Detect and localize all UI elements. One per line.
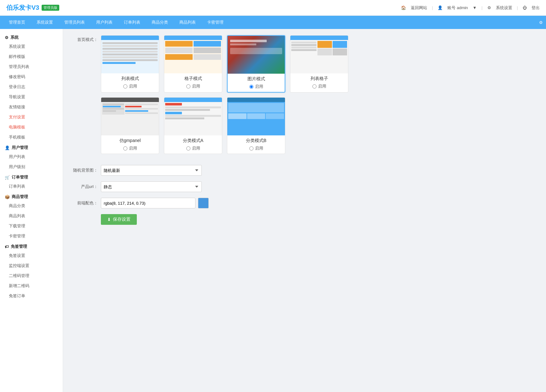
nav-item-orders[interactable]: 订单列表 xyxy=(118,16,146,29)
account-link[interactable]: 账号 admin xyxy=(447,5,468,11)
header-right: 🏠 返回网站 | 👤 账号 admin ▼ | ⚙ 系统设置 | ⏻ 登出 xyxy=(401,5,540,11)
save-button[interactable]: ⬇ 保存设置 xyxy=(101,214,137,225)
sidebar-item-mobile-template[interactable]: 手机模板 xyxy=(0,132,63,142)
nav-item-home[interactable]: 管理首页 xyxy=(3,16,31,29)
sidebar-item-product-category[interactable]: 商品分类 xyxy=(0,201,63,211)
color-input-wrap xyxy=(101,198,209,208)
sidebar-item-admin-list[interactable]: 管理员列表 xyxy=(0,62,63,72)
frontend-color-row: 前端配色： xyxy=(73,198,537,208)
template-name-image: 图片模式 xyxy=(231,76,282,82)
home-icon: 🏠 xyxy=(401,5,406,10)
template-card-grid[interactable]: 格子模式 启用 xyxy=(164,35,222,93)
preview-grid xyxy=(164,36,222,73)
radio-catb[interactable] xyxy=(249,146,253,151)
header: 伯乐发卡V3 管理员版 🏠 返回网站 | 👤 账号 admin ▼ | ⚙ 系统… xyxy=(0,0,546,16)
nav-item-categories[interactable]: 商品分类 xyxy=(146,16,174,29)
navbar-settings-icon[interactable]: ⚙ xyxy=(539,20,543,25)
template-card-gmpanel[interactable]: 仿gmpanel 启用 xyxy=(101,97,159,154)
preview-cata xyxy=(164,98,222,135)
sidebar-item-system-settings[interactable]: 系统设置 xyxy=(0,42,63,52)
radio-listgrid[interactable] xyxy=(312,84,317,88)
save-section: ⬇ 保存设置 xyxy=(73,214,537,225)
template-card-cata[interactable]: 分类模式A 启用 xyxy=(164,97,222,154)
sidebar-item-friendly-links[interactable]: 友情链接 xyxy=(0,102,63,112)
sidebar-item-product-list[interactable]: 商品列表 xyxy=(0,211,63,221)
template-name-cata: 分类模式A xyxy=(167,138,219,144)
layout: ⚙ 系统 系统设置 邮件模版 管理员列表 修改密码 登录日志 导航设置 友情链接… xyxy=(0,29,546,392)
sidebar-item-pc-template[interactable]: 电脑模板 xyxy=(0,122,63,132)
radio-image[interactable] xyxy=(249,85,253,89)
preview-image xyxy=(228,36,285,74)
template-card-listgrid[interactable]: 列表格子 启用 xyxy=(290,35,348,93)
sidebar-group-product: 📦 商品管理 xyxy=(0,191,63,201)
sidebar-item-add-qr[interactable]: 新增二维码 xyxy=(0,281,63,291)
template-name-gmpanel: 仿gmpanel xyxy=(104,138,156,144)
return-site-link[interactable]: 返回网站 xyxy=(411,5,427,11)
template-radio-grid[interactable]: 启用 xyxy=(167,83,219,89)
template-radio-listgrid[interactable]: 启用 xyxy=(293,83,345,89)
sidebar-item-change-password[interactable]: 修改密码 xyxy=(0,72,63,82)
radio-list[interactable] xyxy=(123,84,127,88)
preview-list xyxy=(101,36,159,73)
sidebar-item-payment-settings[interactable]: 支付设置 xyxy=(0,112,63,122)
sidebar-item-order-list[interactable]: 订单列表 xyxy=(0,181,63,191)
sidebar-group-system: ⚙ 系统 xyxy=(0,32,63,42)
sidebar-item-user-list[interactable]: 用户列表 xyxy=(0,152,63,162)
gear-icon: ⚙ xyxy=(5,35,9,40)
sidebar-item-login-log[interactable]: 登录日志 xyxy=(0,82,63,92)
nav-item-products[interactable]: 商品列表 xyxy=(174,16,201,29)
sidebar-item-card-management[interactable]: 卡密管理 xyxy=(0,231,63,241)
nav-item-cards[interactable]: 卡密管理 xyxy=(201,16,229,29)
logo-area: 伯乐发卡V3 管理员版 xyxy=(6,3,59,12)
homepage-mode-section: 首页模式： xyxy=(73,35,537,162)
template-card-list[interactable]: 列表模式 启用 xyxy=(101,35,159,93)
template-radio-image[interactable]: 启用 xyxy=(231,84,282,89)
template-radio-catb[interactable]: 启用 xyxy=(230,145,282,151)
logout-icon: ⏻ xyxy=(523,5,527,10)
template-card-catb[interactable]: 分类模式B 启用 xyxy=(227,97,285,154)
radio-cata[interactable] xyxy=(186,146,190,151)
template-radio-list[interactable]: 启用 xyxy=(104,83,156,89)
sidebar-item-download-management[interactable]: 下载管理 xyxy=(0,221,63,231)
main-content: 首页模式： xyxy=(63,29,546,392)
dropdown-icon: ▼ xyxy=(473,5,477,10)
template-radio-gmpanel[interactable]: 启用 xyxy=(104,145,156,151)
color-text-input[interactable] xyxy=(101,198,195,208)
logo-text: 伯乐发卡V3 xyxy=(6,3,39,12)
sidebar-item-email-template[interactable]: 邮件模版 xyxy=(0,52,63,62)
sidebar-group-user: 👤 用户管理 xyxy=(0,142,63,152)
radio-gmpanel[interactable] xyxy=(123,146,127,151)
save-icon: ⬇ xyxy=(107,217,111,222)
sidebar-item-nav-settings[interactable]: 导航设置 xyxy=(0,92,63,102)
nav-item-admins[interactable]: 管理员列表 xyxy=(59,16,90,29)
template-card-image[interactable]: 图片模式 启用 xyxy=(227,35,285,93)
random-bg-row: 随机背景图： 随机最新 随机全部 固定 无 xyxy=(73,165,537,176)
template-cards-container: 列表模式 启用 xyxy=(101,35,348,162)
sidebar-group-sign: 🏷 免签管理 xyxy=(0,241,63,251)
random-bg-select[interactable]: 随机最新 随机全部 固定 无 xyxy=(101,165,202,176)
template-row2: 仿gmpanel 启用 xyxy=(101,97,348,154)
radio-grid[interactable] xyxy=(186,84,190,88)
logout-link[interactable]: 登出 xyxy=(531,5,540,11)
sidebar-item-sign-orders[interactable]: 免签订单 xyxy=(0,291,63,301)
product-url-select[interactable]: 静态 动态 xyxy=(101,181,202,192)
sidebar-item-monitor-settings[interactable]: 监控端设置 xyxy=(0,261,63,271)
sign-icon: 🏷 xyxy=(5,244,9,249)
sidebar-group-order: 🛒 订单管理 xyxy=(0,172,63,181)
nav-item-users[interactable]: 用户列表 xyxy=(90,16,118,29)
nav-item-settings[interactable]: 系统设置 xyxy=(31,16,59,29)
template-radio-cata[interactable]: 启用 xyxy=(167,145,219,151)
preview-catb xyxy=(227,98,285,135)
sidebar-item-user-level[interactable]: 用户级别 xyxy=(0,162,63,172)
sidebar-item-qr-management[interactable]: 二维码管理 xyxy=(0,271,63,281)
order-icon: 🛒 xyxy=(5,175,10,180)
random-bg-label: 随机背景图： xyxy=(73,168,98,173)
system-settings-link[interactable]: 系统设置 xyxy=(496,5,512,11)
account-icon: 👤 xyxy=(438,5,443,10)
sidebar: ⚙ 系统 系统设置 邮件模版 管理员列表 修改密码 登录日志 导航设置 友情链接… xyxy=(0,29,63,392)
product-icon: 📦 xyxy=(5,195,10,199)
color-swatch[interactable] xyxy=(198,198,209,208)
frontend-color-label: 前端配色： xyxy=(73,200,98,206)
preview-gmpanel xyxy=(101,98,159,135)
sidebar-item-sign-settings[interactable]: 免签设置 xyxy=(0,251,63,261)
